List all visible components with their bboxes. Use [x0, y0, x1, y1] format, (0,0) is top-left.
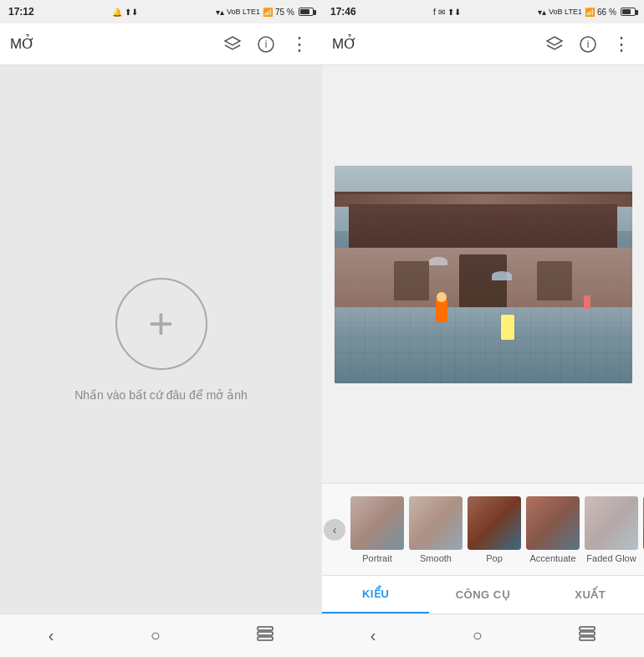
- filter-item-portrait[interactable]: Portrait: [349, 496, 406, 563]
- more-icon-left[interactable]: ⋮: [287, 32, 312, 57]
- wifi-icon-right: ▾▴: [538, 8, 546, 17]
- signal-text-right: VoB LTE1: [549, 8, 582, 16]
- bt-icon: ⬆⬇: [447, 8, 461, 17]
- umbrella-2: [492, 271, 512, 280]
- layers-icon-left[interactable]: [220, 32, 245, 57]
- filter-strip: ‹ Portrait Smooth Pop: [322, 483, 644, 575]
- umbrella-1: [429, 257, 447, 265]
- right-arch: [537, 261, 573, 300]
- courtyard: [335, 307, 632, 383]
- tab-xuat[interactable]: XUẤT: [537, 576, 644, 613]
- filter-label-faded-glow: Faded Glow: [586, 553, 636, 563]
- filter-item-pop[interactable]: Pop: [466, 496, 523, 563]
- left-time: 17:12: [8, 6, 34, 18]
- left-main-content[interactable]: + Nhấn vào bất cứ đâu để mở ảnh: [0, 65, 322, 613]
- add-photo-button[interactable]: +: [115, 278, 207, 370]
- left-app-title: MỞ: [10, 35, 212, 53]
- filter-label-portrait: Portrait: [362, 553, 391, 563]
- right-status-left-icons: f ✉ ⬆⬇: [433, 8, 461, 17]
- person-distant: [584, 295, 590, 309]
- fb-icon: f: [433, 8, 436, 17]
- left-status-bar: 17:12 🔔 ⬆⬇ ▾▴ VoB LTE1 📶 75%: [0, 0, 322, 23]
- svg-rect-10: [580, 632, 595, 635]
- right-time: 17:46: [330, 6, 356, 18]
- right-status-bar: 17:46 f ✉ ⬆⬇ ▾▴ VoB LTE1 📶 66%: [322, 0, 644, 23]
- svg-text:i: i: [265, 38, 268, 50]
- tab-cong-cu[interactable]: CÔNG CỤ: [429, 576, 536, 613]
- gate-opening: [459, 254, 507, 313]
- more-icon-right[interactable]: ⋮: [609, 32, 634, 57]
- right-recent-btn[interactable]: [562, 619, 612, 652]
- filter-item-smooth[interactable]: Smooth: [407, 496, 464, 563]
- left-bottom-nav: ‹ ○: [0, 613, 322, 657]
- wifi-icon: ▾▴: [216, 8, 224, 17]
- right-home-btn[interactable]: ○: [456, 619, 499, 652]
- left-arch: [394, 261, 430, 300]
- filter-item-accentuate[interactable]: Accentuate: [524, 496, 581, 563]
- data-icon: ⬆⬇: [125, 8, 138, 17]
- temple-photo[interactable]: [335, 166, 632, 383]
- left-right-status: ▾▴ VoB LTE1 📶 75%: [216, 8, 314, 17]
- filter-back-button[interactable]: ‹: [324, 519, 345, 541]
- info-icon-right[interactable]: i: [575, 32, 601, 57]
- left-app-bar: MỞ i ⋮: [0, 23, 322, 65]
- signal-text: VoB LTE1: [227, 8, 260, 16]
- right-app-title: MỞ: [332, 35, 534, 53]
- person-yellow: [501, 315, 514, 340]
- plus-icon: +: [148, 302, 173, 346]
- filter-thumb-pop: [468, 496, 521, 550]
- filter-thumb-faded-glow: [585, 496, 638, 550]
- svg-rect-11: [580, 637, 595, 640]
- left-panel: 17:12 🔔 ⬆⬇ ▾▴ VoB LTE1 📶 75% MỞ i: [0, 0, 322, 657]
- notification-icon: 🔔: [112, 8, 122, 17]
- filter-label-pop: Pop: [486, 553, 503, 563]
- svg-rect-9: [580, 627, 595, 630]
- add-hint-text: Nhấn vào bất cứ đâu để mở ảnh: [74, 388, 248, 402]
- info-icon-left[interactable]: i: [253, 32, 279, 57]
- right-bottom-tabs: KIỂU CÔNG CỤ XUẤT: [322, 575, 644, 613]
- right-bottom-nav: ‹ ○: [322, 613, 644, 657]
- right-right-status: ▾▴ VoB LTE1 📶 66%: [538, 8, 636, 17]
- signal-bars: 📶: [263, 8, 273, 17]
- svg-rect-5: [258, 637, 273, 640]
- right-panel: 17:46 f ✉ ⬆⬇ ▾▴ VoB LTE1 📶 66% MỞ i: [322, 0, 644, 657]
- left-back-btn[interactable]: ‹: [32, 619, 71, 652]
- filter-item-faded-glow[interactable]: Faded Glow: [583, 496, 640, 563]
- svg-rect-4: [258, 632, 273, 635]
- svg-text:i: i: [587, 38, 590, 50]
- filter-label-accentuate: Accentuate: [529, 553, 575, 563]
- battery-icon-right: [621, 8, 636, 16]
- signal-bars-right: 📶: [585, 8, 595, 17]
- right-back-btn[interactable]: ‹: [354, 619, 393, 652]
- svg-marker-0: [225, 37, 240, 45]
- left-recent-btn[interactable]: [240, 619, 290, 652]
- filter-thumb-portrait: [350, 496, 404, 550]
- battery-pct-left: 75: [275, 8, 284, 17]
- image-wrapper: [322, 65, 644, 483]
- filter-thumb-accentuate: [526, 496, 580, 550]
- left-status-icons: 🔔 ⬆⬇: [112, 8, 138, 17]
- svg-rect-3: [258, 627, 273, 630]
- right-app-bar: MỞ i ⋮: [322, 23, 644, 65]
- tab-kieu[interactable]: KIỂU: [322, 576, 429, 613]
- left-home-btn[interactable]: ○: [134, 619, 177, 652]
- tile-pattern: [335, 307, 632, 383]
- person-orange: [436, 299, 447, 322]
- msg-icon: ✉: [438, 8, 445, 17]
- svg-marker-6: [547, 37, 562, 45]
- battery-pct-right: 66: [597, 8, 606, 17]
- layers-icon-right[interactable]: [542, 32, 567, 57]
- filter-label-smooth: Smooth: [420, 553, 452, 563]
- right-main-content: ‹ Portrait Smooth Pop: [322, 65, 644, 613]
- main-roof: [349, 204, 616, 252]
- battery-icon-left: [299, 8, 314, 16]
- filter-thumb-smooth: [409, 496, 463, 550]
